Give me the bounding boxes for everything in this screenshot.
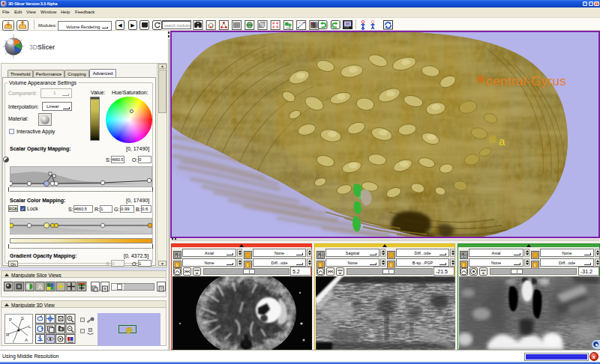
svg-text:1:23: 1:23 [344,26,349,29]
svg-text:P: P [9,318,12,322]
svg-text:3D: 3D [29,43,38,51]
svg-text:A: A [38,283,43,291]
svg-text:A: A [25,338,28,342]
svg-text:R: R [6,333,10,337]
svg-text:Slicer: Slicer [38,43,56,51]
svg-text:a: a [499,135,506,148]
svg-text:central-Gyrus: central-Gyrus [486,74,566,88]
svg-text:S: S [21,316,24,321]
svg-text:L: L [28,324,32,329]
